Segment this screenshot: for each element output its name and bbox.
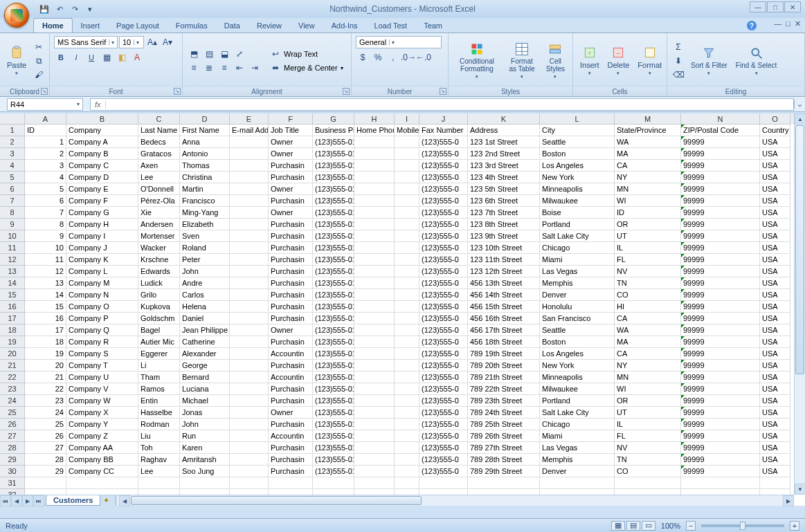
cell-styles-button[interactable]: Cell Styles▾ [543,41,568,81]
cell[interactable]: 789 21th Street [468,372,540,383]
cell[interactable]: (123)555-0 [419,266,468,277]
cell[interactable]: Las Vegas [540,266,615,277]
cell[interactable]: Purchasin [269,230,313,242]
cell[interactable]: 123 4th Street [468,172,540,183]
cell[interactable]: 789 22th Street [468,383,540,395]
cell[interactable]: Soo Jung [180,466,230,477]
cell[interactable] [354,454,395,466]
cell[interactable]: 15 [25,301,66,313]
cell[interactable]: Company G [66,207,138,219]
cell[interactable] [760,489,790,495]
cell[interactable]: 99999 [681,230,760,242]
doc-restore-icon[interactable]: □ [786,19,790,28]
cell[interactable] [395,160,419,172]
cell[interactable]: USA [760,207,790,219]
cell[interactable] [230,160,269,172]
cell[interactable]: Tham [138,372,180,383]
cell[interactable] [354,466,395,477]
cell[interactable]: HI [615,301,681,313]
prev-sheet-icon[interactable]: ◀ [11,495,22,506]
decrease-decimal-icon[interactable]: ←.0 [417,51,431,64]
cell[interactable]: Company I [66,230,138,242]
cell[interactable] [395,430,419,442]
cell[interactable]: (123)555-0 [419,136,468,148]
cell[interactable]: USA [760,466,790,477]
align-bottom-icon[interactable]: ⬓ [217,48,231,60]
cell[interactable]: (123)555-0100 [313,372,354,383]
cell[interactable]: Christina [180,172,230,183]
align-left-icon[interactable]: ≡ [187,62,201,74]
cell[interactable] [354,183,395,195]
cell[interactable]: 23 [25,395,66,407]
doc-minimize-icon[interactable]: — [774,19,781,28]
cell[interactable] [230,242,269,254]
tab-insert[interactable]: Insert [73,19,109,33]
cell[interactable]: Toh [138,442,180,454]
cell[interactable]: O'Donnell [138,183,180,195]
cell[interactable]: Daniel [180,313,230,324]
cell[interactable]: Francisco [180,195,230,207]
cell[interactable]: USA [760,195,790,207]
cell[interactable]: Li [138,360,180,372]
cell[interactable]: Purchasin [269,289,313,301]
row-header[interactable]: 1 [0,125,25,136]
cell[interactable]: USA [760,324,790,336]
cell[interactable]: (123)555-0 [419,419,468,430]
cell[interactable]: (123)555-0 [419,324,468,336]
cell[interactable]: 99999 [681,172,760,183]
save-icon[interactable]: 💾 [39,3,50,15]
cell[interactable]: 2 [25,148,66,160]
cell[interactable]: 28 [25,454,66,466]
row-header[interactable]: 16 [0,301,25,313]
cell[interactable]: 4 [25,172,66,183]
cell[interactable]: Luciana [180,383,230,395]
cell[interactable]: 99999 [681,395,760,407]
cell[interactable]: Mobile [395,125,419,136]
cell[interactable]: (123)555-0100 [313,207,354,219]
cell[interactable]: FL [615,430,681,442]
cell[interactable]: Milwaukee [540,383,615,395]
font-size-combo[interactable]: 10▾ [119,36,144,48]
cell[interactable] [354,324,395,336]
column-header-N[interactable]: N [681,113,760,125]
cell[interactable]: Purchasin [269,466,313,477]
row-header[interactable]: 30 [0,466,25,477]
percent-format-icon[interactable]: % [371,51,385,64]
cell[interactable]: 456 16th Street [468,313,540,324]
cell[interactable]: Owner [269,207,313,219]
cell[interactable]: 12 [25,266,66,277]
cell[interactable]: (123)555-0 [419,242,468,254]
cell[interactable] [230,313,269,324]
cell[interactable]: Purchasin [269,336,313,348]
cell[interactable]: (123)555-0 [419,336,468,348]
row-header[interactable]: 27 [0,430,25,442]
qat-customize-icon[interactable]: ▾ [84,3,96,15]
cell[interactable]: (123)555-0 [419,466,468,477]
cell[interactable]: Lee [138,172,180,183]
cell[interactable] [395,442,419,454]
cell[interactable] [180,489,230,495]
italic-icon[interactable]: I [69,51,83,64]
cell[interactable]: Purchasin [269,313,313,324]
cell[interactable]: USA [760,277,790,289]
cell[interactable]: 789 28th Street [468,454,540,466]
office-button[interactable] [4,3,29,28]
cell[interactable]: 123 9th Street [468,230,540,242]
cell[interactable]: 17 [25,324,66,336]
tab-review[interactable]: Review [248,19,290,33]
cell[interactable]: 789 19th Street [468,348,540,360]
font-color-icon[interactable]: A [130,51,144,64]
cell[interactable]: Company AA [66,442,138,454]
cell[interactable]: (123)555-0100 [313,160,354,172]
cell[interactable]: (123)555-0100 [313,419,354,430]
font-dialog-launcher[interactable]: ↘ [174,88,181,95]
cell[interactable]: Ming-Yang [180,207,230,219]
cell[interactable] [354,172,395,183]
horizontal-scrollbar[interactable]: ◀ ▶ [119,495,794,506]
cell[interactable]: Andersen [138,219,180,230]
cell[interactable]: Rodman [138,419,180,430]
cell[interactable]: (123)555-0100 [313,324,354,336]
cell[interactable]: Home Phone [354,125,395,136]
cell[interactable]: Company S [66,348,138,360]
cell[interactable] [354,360,395,372]
